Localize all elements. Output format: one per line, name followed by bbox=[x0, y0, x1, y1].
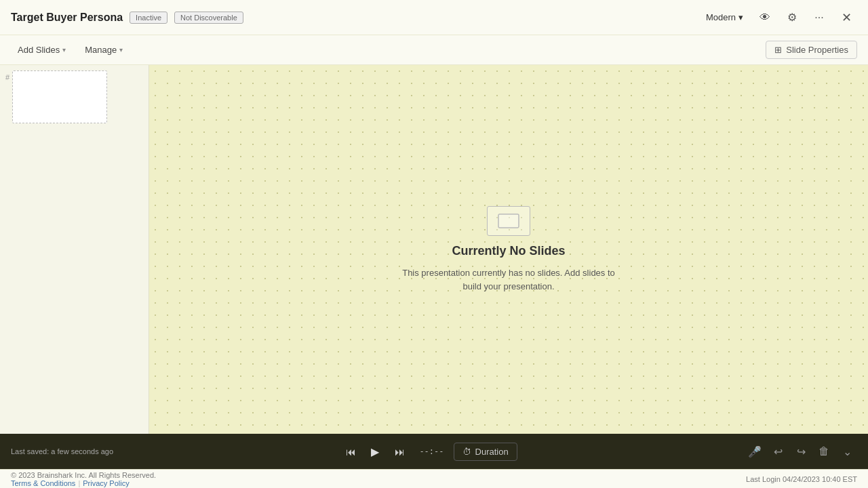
terms-conditions-link[interactable]: Terms & Conditions bbox=[11, 479, 75, 487]
slide-number: # bbox=[5, 70, 9, 81]
footer: © 2023 Brainshark Inc. All Rights Reserv… bbox=[0, 469, 868, 488]
close-icon: ✕ bbox=[842, 10, 852, 25]
microphone-icon: 🎤 bbox=[748, 445, 762, 458]
canvas-area: Currently No Slides This presentation cu… bbox=[149, 65, 868, 434]
manage-chevron-icon: ▾ bbox=[119, 46, 123, 54]
eye-icon: 👁 bbox=[760, 12, 770, 24]
svg-rect-0 bbox=[498, 214, 519, 228]
theme-chevron-icon: ▾ bbox=[738, 12, 743, 22]
slide-thumbnail-container: # bbox=[5, 70, 143, 123]
empty-title: Currently No Slides bbox=[452, 244, 565, 258]
collapse-button[interactable]: ⌄ bbox=[837, 441, 857, 462]
play-button[interactable]: ▶ bbox=[365, 441, 385, 462]
skip-to-end-button[interactable]: ⏭ bbox=[389, 441, 410, 462]
redo-icon: ↪ bbox=[797, 445, 806, 458]
page-title: Target Buyer Persona bbox=[11, 12, 123, 24]
manage-button[interactable]: Manage ▾ bbox=[78, 41, 130, 58]
footer-left: © 2023 Brainshark Inc. All Rights Reserv… bbox=[11, 471, 156, 487]
skip-start-icon: ⏮ bbox=[346, 446, 356, 458]
header: Target Buyer Persona Inactive Not Discov… bbox=[0, 0, 868, 35]
theme-selector[interactable]: Modern ▾ bbox=[701, 9, 749, 25]
add-slides-label: Add Slides bbox=[18, 45, 60, 55]
footer-separator: | bbox=[78, 479, 80, 487]
undo-button[interactable]: ↩ bbox=[768, 441, 788, 462]
empty-slide-icon bbox=[487, 206, 530, 236]
theme-label: Modern bbox=[706, 12, 736, 22]
close-button[interactable]: ✕ bbox=[835, 7, 857, 28]
header-left: Target Buyer Persona Inactive Not Discov… bbox=[11, 12, 243, 24]
toolbar: Add Slides ▾ Manage ▾ ⊞ Slide Properties bbox=[0, 35, 868, 65]
playback-right-controls: 🎤 ↩ ↪ 🗑 ⌄ bbox=[745, 441, 857, 462]
privacy-policy-link[interactable]: Privacy Policy bbox=[83, 479, 129, 487]
microphone-button[interactable]: 🎤 bbox=[745, 441, 765, 462]
redo-button[interactable]: ↪ bbox=[791, 441, 811, 462]
slide-properties-label: Slide Properties bbox=[786, 45, 848, 55]
slide-properties-icon: ⊞ bbox=[774, 45, 782, 55]
skip-to-start-button[interactable]: ⏮ bbox=[340, 441, 361, 462]
clock-icon: ⏱ bbox=[462, 447, 471, 457]
slide-thumbnail[interactable] bbox=[12, 70, 107, 123]
duration-label: Duration bbox=[475, 447, 509, 457]
playback-bar: Last saved: a few seconds ago ⏮ ▶ ⏭ --:-… bbox=[0, 434, 868, 469]
more-options-button[interactable]: ··· bbox=[808, 7, 830, 28]
undo-icon: ↩ bbox=[774, 445, 783, 458]
toolbar-left: Add Slides ▾ Manage ▾ bbox=[11, 41, 130, 58]
slide-properties-button[interactable]: ⊞ Slide Properties bbox=[766, 41, 857, 59]
ellipsis-icon: ··· bbox=[814, 12, 823, 24]
main-content: # Currently No Slides This presentation … bbox=[0, 65, 868, 434]
playback-controls: ⏮ ▶ ⏭ --:-- ⏱ Duration bbox=[113, 441, 745, 462]
inactive-badge: Inactive bbox=[130, 12, 167, 24]
chevron-down-icon: ⌄ bbox=[843, 445, 852, 458]
not-discoverable-badge: Not Discoverable bbox=[174, 12, 243, 24]
copyright-text: © 2023 Brainshark Inc. All Rights Reserv… bbox=[11, 471, 156, 479]
header-right: Modern ▾ 👁 ⚙ ··· ✕ bbox=[701, 7, 857, 28]
footer-links: Terms & Conditions | Privacy Policy bbox=[11, 479, 156, 487]
delete-button[interactable]: 🗑 bbox=[814, 441, 834, 462]
empty-state: Currently No Slides This presentation cu… bbox=[400, 206, 617, 293]
trash-icon: 🗑 bbox=[818, 445, 829, 458]
footer-right: Last Login 04/24/2023 10:40 EST bbox=[746, 475, 857, 483]
add-slides-button[interactable]: Add Slides ▾ bbox=[11, 41, 73, 58]
skip-end-icon: ⏭ bbox=[395, 446, 405, 458]
play-icon: ▶ bbox=[371, 445, 379, 458]
preview-button[interactable]: 👁 bbox=[754, 7, 776, 28]
manage-label: Manage bbox=[85, 45, 117, 55]
last-login-text: Last Login 04/24/2023 10:40 EST bbox=[746, 475, 857, 483]
empty-subtitle: This presentation currently has no slide… bbox=[400, 266, 617, 293]
time-display: --:-- bbox=[414, 447, 449, 456]
last-saved-text: Last saved: a few seconds ago bbox=[11, 447, 113, 455]
slide-panel: # bbox=[0, 65, 149, 434]
add-slides-chevron-icon: ▾ bbox=[62, 46, 66, 54]
settings-button[interactable]: ⚙ bbox=[781, 7, 803, 28]
duration-button[interactable]: ⏱ Duration bbox=[454, 443, 517, 461]
gear-icon: ⚙ bbox=[787, 11, 797, 24]
